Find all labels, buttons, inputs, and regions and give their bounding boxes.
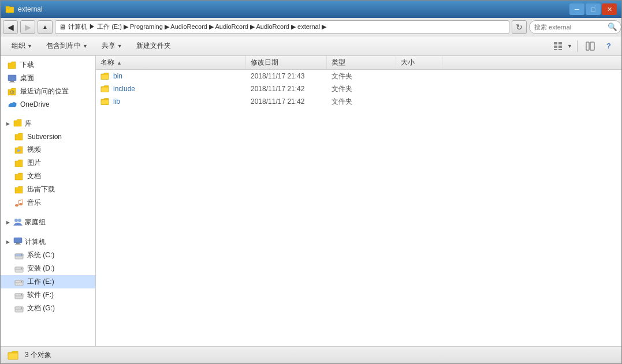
panel-toggle-button[interactable] <box>582 39 598 53</box>
computer-header-label: 计算机 <box>25 237 46 247</box>
sidebar-item-drive-c[interactable]: 系统 (C:) <box>1 249 95 262</box>
file-type-bin: 文件夹 <box>327 70 396 82</box>
file-list: bin 2018/11/17 21:43 文件夹 include 2018/1 <box>96 70 621 346</box>
drive-f-icon <box>14 291 24 300</box>
sidebar-section-library[interactable]: 库 <box>1 115 95 130</box>
title-bar: external ─ □ ✕ <box>1 1 621 18</box>
help-button[interactable]: ? <box>601 39 617 53</box>
sidebar: 下载 桌面 <box>1 56 96 346</box>
svg-point-19 <box>19 203 23 205</box>
sidebar-item-xunlei[interactable]: 迅雷下载 <box>1 183 95 196</box>
new-folder-button[interactable]: 新建文件夹 <box>130 38 177 54</box>
back-button[interactable]: ◀ <box>3 20 18 34</box>
sidebar-item-pictures[interactable]: 图片 <box>1 156 95 170</box>
subversion-label: Subversion <box>27 133 62 141</box>
toolbar-right: ▼ ? <box>550 39 617 53</box>
col-header-name[interactable]: 名称 ▲ <box>96 56 246 69</box>
sidebar-item-subversion[interactable]: Subversion <box>1 130 95 143</box>
minimize-button[interactable]: ─ <box>569 3 584 15</box>
folder-bin-icon <box>100 72 110 80</box>
sidebar-item-video[interactable]: 视频 <box>1 143 95 156</box>
table-row[interactable]: include 2018/11/17 21:42 文件夹 <box>96 82 621 95</box>
table-row[interactable]: lib 2018/11/17 21:42 文件夹 <box>96 95 621 108</box>
col-sort-icon: ▲ <box>117 60 122 66</box>
sidebar-item-drive-e[interactable]: 工作 (E:) <box>1 275 95 288</box>
sidebar-item-downloads[interactable]: 下载 <box>1 58 95 72</box>
folder-downloads-icon <box>8 61 17 70</box>
col-modified-label: 修改日期 <box>251 58 278 67</box>
title-text: external <box>18 5 569 13</box>
up-button[interactable]: ▲ <box>38 20 53 34</box>
drive-g-icon <box>14 304 24 313</box>
col-name-label: 名称 <box>100 58 114 67</box>
column-headers: 名称 ▲ 修改日期 类型 大小 <box>96 56 621 70</box>
breadcrumb[interactable]: 🖥 计算机 ▶ 工作 (E:) ▶ Programing ▶ AudioReco… <box>55 20 509 34</box>
breadcrumb-icon: 🖥 <box>59 23 66 31</box>
search-button[interactable]: 🔍 <box>605 20 619 34</box>
section-arrow-computer <box>5 239 11 245</box>
svg-rect-2 <box>554 42 557 44</box>
view-icon <box>553 42 563 51</box>
share-button[interactable]: 共享 ▼ <box>95 38 129 54</box>
col-header-modified[interactable]: 修改日期 <box>246 56 327 69</box>
include-library-button[interactable]: 包含到库中 ▼ <box>40 38 94 54</box>
sidebar-item-desktop[interactable]: 桌面 <box>1 72 95 85</box>
status-folder-icon <box>8 350 19 361</box>
sidebar-item-recent[interactable]: 最近访问的位置 <box>1 85 95 98</box>
col-header-type[interactable]: 类型 <box>327 56 396 69</box>
drive-e-icon <box>14 277 24 287</box>
status-bar: 3 个对象 <box>1 346 621 363</box>
subversion-icon <box>14 132 24 141</box>
file-date-bin: 2018/11/17 21:43 <box>246 70 327 82</box>
drive-g-label: 文档 (G:) <box>27 303 55 313</box>
col-size-label: 大小 <box>401 58 415 67</box>
sidebar-section-computer[interactable]: 计算机 <box>1 234 95 249</box>
search-container: 🔍 <box>529 20 619 34</box>
organize-button[interactable]: 组织 ▼ <box>5 38 39 54</box>
folder-include-icon <box>100 85 110 93</box>
sidebar-section-homegroup[interactable]: 家庭组 <box>1 214 95 229</box>
svg-rect-8 <box>586 42 589 50</box>
col-header-size[interactable]: 大小 <box>396 56 442 69</box>
close-button[interactable]: ✕ <box>602 3 617 15</box>
col-type-label: 类型 <box>332 58 345 67</box>
documents-label: 文档 <box>27 171 41 181</box>
panel-icon <box>586 42 595 51</box>
forward-button[interactable]: ▶ <box>20 20 35 34</box>
downloads-label: 下载 <box>20 60 34 70</box>
maximize-button[interactable]: □ <box>586 3 601 15</box>
svg-marker-23 <box>6 221 10 224</box>
svg-point-25 <box>18 219 21 222</box>
music-icon <box>14 198 24 208</box>
breadcrumb-text: 计算机 ▶ 工作 (E:) ▶ Programing ▶ AudioRecord… <box>68 22 326 31</box>
refresh-button[interactable]: ↻ <box>512 20 527 34</box>
file-size-bin <box>396 70 442 82</box>
music-label: 音乐 <box>27 198 41 208</box>
sidebar-item-music[interactable]: 音乐 <box>1 196 95 209</box>
drive-f-label: 软件 (F:) <box>27 290 54 300</box>
file-size-include <box>396 82 442 95</box>
onedrive-label: OneDrive <box>20 100 50 108</box>
file-size-lib <box>396 95 442 108</box>
documents-icon <box>14 172 24 181</box>
file-label-bin: bin <box>113 72 122 80</box>
drive-d-label: 安装 (D:) <box>27 264 54 273</box>
library-header-label: 库 <box>25 119 32 129</box>
svg-rect-1 <box>6 6 10 8</box>
sidebar-item-documents[interactable]: 文档 <box>1 170 95 183</box>
table-row[interactable]: bin 2018/11/17 21:43 文件夹 <box>96 70 621 82</box>
svg-rect-10 <box>8 75 16 81</box>
svg-point-41 <box>21 294 22 295</box>
explorer-window: external ─ □ ✕ ◀ ▶ ▲ 🖥 计算机 ▶ 工作 (E:) ▶ P… <box>0 0 622 364</box>
svg-point-24 <box>14 219 18 222</box>
svg-marker-26 <box>6 241 10 244</box>
desktop-icon <box>8 74 17 83</box>
sidebar-item-drive-f[interactable]: 软件 (F:) <box>1 288 95 302</box>
view-button[interactable] <box>550 39 566 53</box>
sidebar-item-drive-g[interactable]: 文档 (G:) <box>1 302 95 315</box>
onedrive-icon <box>8 100 17 109</box>
drive-e-label: 工作 (E:) <box>27 277 54 287</box>
sidebar-item-drive-d[interactable]: 安装 (D:) <box>1 262 95 275</box>
homegroup-header-label: 家庭组 <box>25 217 46 227</box>
sidebar-item-onedrive[interactable]: OneDrive <box>1 98 95 111</box>
